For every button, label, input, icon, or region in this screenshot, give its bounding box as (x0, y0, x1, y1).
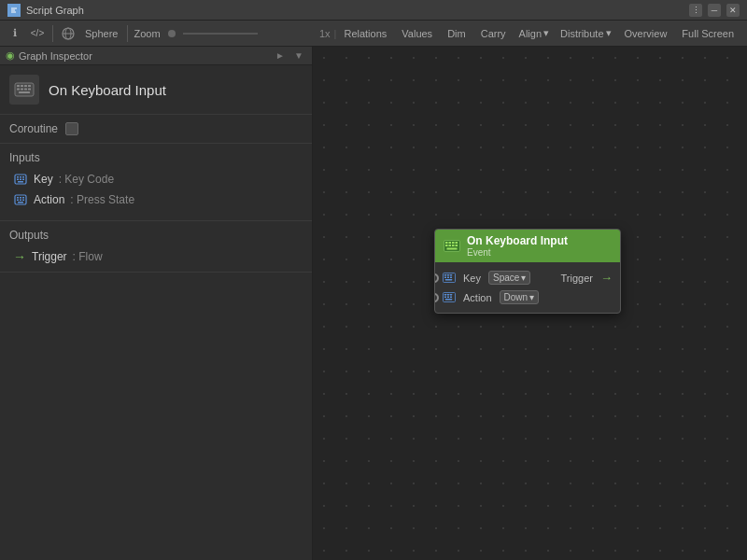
zoom-label: Zoom (134, 28, 160, 39)
svg-rect-15 (17, 176, 19, 178)
svg-rect-51 (450, 294, 452, 296)
svg-rect-34 (456, 242, 458, 244)
svg-rect-53 (447, 297, 449, 299)
action-property: Action : Press State (9, 192, 303, 207)
left-panel: ◉ Graph Inspector ► ▼ (0, 47, 313, 560)
svg-rect-7 (24, 85, 27, 87)
svg-rect-23 (17, 197, 19, 199)
svg-rect-25 (22, 197, 24, 199)
svg-rect-43 (450, 274, 452, 276)
coroutine-section: Coroutine (0, 115, 312, 144)
action-label: Action (463, 292, 492, 303)
svg-rect-54 (450, 297, 452, 299)
minimize-icon[interactable]: ─ (708, 4, 721, 17)
svg-rect-18 (17, 179, 19, 181)
close-icon[interactable]: ✕ (726, 4, 740, 17)
zoom-slider[interactable] (183, 33, 258, 35)
svg-rect-33 (452, 242, 455, 244)
svg-rect-45 (447, 277, 449, 279)
svg-rect-31 (445, 242, 448, 244)
svg-rect-41 (444, 274, 446, 276)
node-card-body: Key Space ▾ Trigger → ▷ (435, 262, 620, 313)
svg-rect-19 (20, 179, 21, 181)
svg-rect-47 (445, 279, 452, 281)
svg-rect-20 (22, 179, 24, 181)
toolbar-separator-1 (52, 25, 53, 42)
expand-button[interactable]: ► (273, 49, 288, 63)
action-dropdown[interactable]: Down ▾ (500, 290, 540, 304)
tab-carry[interactable]: Carry (473, 26, 514, 41)
svg-rect-26 (17, 200, 19, 202)
trigger-name: Trigger (32, 250, 67, 263)
svg-rect-28 (22, 200, 24, 202)
collapse-button[interactable]: ▼ (291, 49, 306, 63)
svg-rect-42 (447, 274, 449, 276)
node-action-row: Action Down ▾ (435, 287, 620, 307)
node-keyboard-icon (9, 75, 39, 105)
window-title: Script Graph (26, 5, 84, 16)
title-bar: Script Graph ⋮ ─ ✕ (0, 0, 747, 21)
trigger-output: → Trigger : Flow (9, 249, 303, 264)
svg-rect-10 (21, 89, 23, 91)
coroutine-label: Coroutine (9, 122, 58, 135)
node-card-info: On Keyboard Input Event (467, 234, 568, 258)
tab-fullscreen[interactable]: Full Screen (674, 26, 741, 41)
tab-overview[interactable]: Overview (617, 26, 675, 41)
inputs-section: Inputs Key : Key Code (0, 144, 312, 221)
key-prop-icon (13, 172, 28, 187)
tab-values[interactable]: Values (394, 26, 440, 41)
key-value: Space (493, 273, 519, 283)
script-graph-icon (7, 4, 21, 17)
code-icon[interactable]: </> (28, 24, 47, 43)
tab-dim[interactable]: Dim (440, 26, 473, 41)
svg-rect-35 (445, 245, 448, 246)
info-icon[interactable]: ℹ (6, 24, 24, 43)
svg-rect-52 (444, 297, 446, 299)
node-card-subtitle: Event (467, 247, 568, 258)
main-content: ◉ Graph Inspector ► ▼ (0, 47, 747, 560)
key-label: Key (463, 273, 481, 284)
svg-rect-46 (450, 277, 452, 279)
svg-rect-9 (17, 89, 20, 91)
tab-align[interactable]: Align▾ (514, 25, 555, 41)
action-input-port[interactable] (434, 293, 439, 302)
sphere-icon (59, 24, 78, 43)
kebab-menu-icon[interactable]: ⋮ (689, 4, 702, 17)
node-card[interactable]: On Keyboard Input Event (434, 229, 621, 314)
key-row-keyboard-icon (443, 273, 456, 283)
tab-distribute[interactable]: Distribute▾ (555, 25, 616, 41)
key-dropdown-arrow: ▾ (521, 273, 526, 283)
svg-rect-13 (19, 91, 30, 93)
trigger-arrow-icon: → (13, 249, 26, 264)
key-input-port[interactable] (434, 273, 439, 283)
inspector-title: Graph Inspector (19, 50, 92, 62)
svg-rect-6 (21, 85, 23, 87)
svg-rect-36 (449, 245, 452, 246)
action-name: Action (34, 193, 64, 206)
action-row-keyboard-icon (443, 292, 456, 302)
svg-rect-38 (456, 245, 458, 246)
svg-rect-24 (20, 197, 21, 199)
key-dropdown[interactable]: Space ▾ (488, 271, 530, 285)
zoom-indicator (168, 30, 176, 37)
outputs-title: Outputs (9, 229, 303, 242)
svg-rect-16 (20, 176, 21, 178)
graph-area[interactable]: On Keyboard Input Event (313, 47, 747, 560)
svg-rect-49 (444, 294, 446, 296)
svg-rect-39 (447, 248, 458, 250)
inspector-icon: ◉ (6, 49, 15, 62)
coroutine-checkbox[interactable] (65, 122, 78, 135)
sphere-label: Sphere (81, 28, 121, 39)
key-name: Key (34, 173, 53, 186)
svg-rect-27 (20, 200, 21, 202)
svg-rect-12 (28, 89, 31, 91)
trigger-output-arrow: → (600, 271, 613, 285)
svg-rect-55 (445, 299, 452, 301)
zoom-multiplier: 1x (316, 28, 334, 39)
node-card-keyboard-icon (443, 237, 461, 256)
tab-relations[interactable]: Relations (336, 26, 394, 41)
svg-rect-50 (447, 294, 449, 296)
trigger-label: Trigger (561, 273, 593, 284)
svg-rect-5 (17, 85, 20, 87)
svg-rect-29 (18, 202, 23, 203)
